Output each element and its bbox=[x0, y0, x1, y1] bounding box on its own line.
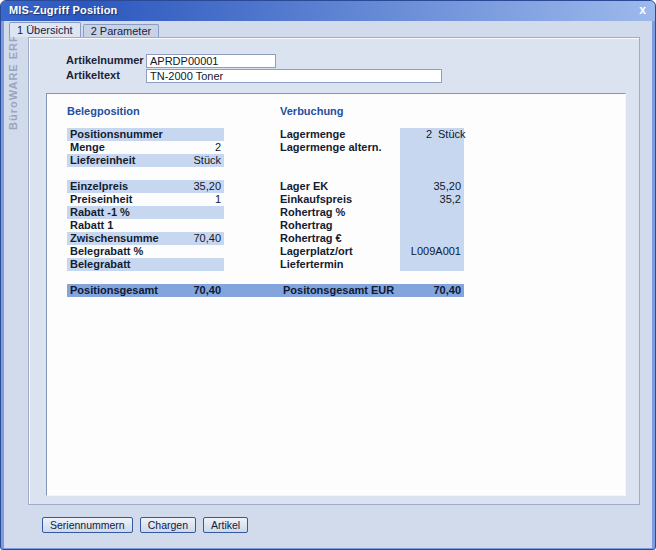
row-value: 35,20 bbox=[400, 180, 464, 193]
table-row: Preiseinheit1 bbox=[67, 193, 224, 206]
table-row: Einzelpreis35,20 bbox=[67, 180, 224, 193]
row-value: 2Stück bbox=[400, 128, 464, 141]
tab-parameter[interactable]: 2 Parameter bbox=[83, 24, 160, 37]
left-section-header: Belegposition bbox=[67, 105, 140, 117]
row-label: Lagermenge altern. bbox=[280, 141, 400, 154]
table-row: Belegrabatt % bbox=[67, 245, 224, 258]
seriennummern-button[interactable]: Seriennummern bbox=[42, 517, 133, 533]
artikeltext-input[interactable]: TN-2000 Toner bbox=[146, 69, 442, 83]
row-spacer bbox=[280, 167, 464, 180]
table-row: Rohertrag % bbox=[280, 206, 464, 219]
row-label: Einkaufspreis bbox=[280, 193, 400, 206]
row-value: Stück bbox=[180, 154, 224, 167]
row-label: Einzelpreis bbox=[67, 180, 180, 193]
chargen-button[interactable]: Chargen bbox=[140, 517, 196, 533]
row-label: Lagerplatz/ort bbox=[280, 245, 400, 258]
client-area: 1 Übersicht 2 Parameter BüroWARE ERP! Ar… bbox=[4, 21, 652, 548]
table-row: Menge2 bbox=[67, 141, 224, 154]
row-spacer bbox=[280, 154, 464, 167]
row-value bbox=[400, 141, 464, 154]
table-row: Liefertermin bbox=[280, 258, 464, 271]
row-label: Belegrabatt % bbox=[67, 245, 180, 258]
table-row: LiefereinheitStück bbox=[67, 154, 224, 167]
row-label: Preiseinheit bbox=[67, 193, 180, 206]
row-value: 35,2 bbox=[400, 193, 464, 206]
table-row: Rohertrag € bbox=[280, 232, 464, 245]
row-value: 2 bbox=[180, 141, 224, 154]
right-total-label: Positonsgesamt EUR bbox=[283, 284, 394, 297]
table-row: Lager EK35,20 bbox=[280, 180, 464, 193]
row-label: Rabatt 1 bbox=[67, 219, 180, 232]
table-row: Rohertrag bbox=[280, 219, 464, 232]
row-value: 1 bbox=[180, 193, 224, 206]
row-value: L009A001 bbox=[400, 245, 464, 258]
row-label: Positionsnummer bbox=[67, 128, 180, 141]
table-row: Positionsnummer bbox=[67, 128, 224, 141]
row-value bbox=[180, 128, 224, 141]
tab-uebersicht[interactable]: 1 Übersicht bbox=[9, 22, 81, 37]
row-label: Liefertermin bbox=[280, 258, 400, 271]
table-row: Lagerplatz/ortL009A001 bbox=[280, 245, 464, 258]
totals-row: Positionsgesamt70,40 Positonsgesamt EUR7… bbox=[67, 284, 464, 297]
row-value bbox=[400, 206, 464, 219]
row-value bbox=[180, 219, 224, 232]
row-label: Rohertrag % bbox=[280, 206, 400, 219]
row-label: Lager EK bbox=[280, 180, 400, 193]
table-row: Einkaufspreis35,2 bbox=[280, 193, 464, 206]
left-total: Positionsgesamt70,40 bbox=[67, 284, 224, 297]
artikel-button[interactable]: Artikel bbox=[203, 517, 248, 533]
row-value bbox=[180, 258, 224, 271]
window: MIS-Zugriff Position x 1 Übersicht 2 Par… bbox=[0, 0, 656, 550]
artikelnummer-label: Artikelnummer bbox=[66, 54, 146, 67]
row-value-unit: Stück bbox=[432, 128, 464, 141]
table-row: Rabatt -1 % bbox=[67, 206, 224, 219]
main-panel: ArtikelnummerAPRDP00001 ArtikeltextTN-20… bbox=[28, 37, 640, 505]
row-value: 35,20 bbox=[180, 180, 224, 193]
row-value bbox=[180, 206, 224, 219]
right-column: Lagermenge2Stück Lagermenge altern. Lage… bbox=[280, 128, 464, 271]
table-row: Lagermenge altern. bbox=[280, 141, 464, 154]
window-title: MIS-Zugriff Position bbox=[9, 4, 117, 16]
row-value bbox=[400, 232, 464, 245]
artikelnummer-field-row: ArtikelnummerAPRDP00001 bbox=[66, 54, 276, 68]
row-label: Zwischensumme bbox=[67, 232, 180, 245]
row-value bbox=[400, 219, 464, 232]
row-value: 70,40 bbox=[180, 232, 224, 245]
row-label: Belegrabatt bbox=[67, 258, 180, 271]
close-icon[interactable]: x bbox=[639, 3, 646, 17]
left-total-label: Positionsgesamt bbox=[70, 284, 158, 297]
row-label: Rohertrag € bbox=[280, 232, 400, 245]
totals-spacer bbox=[224, 284, 280, 297]
brand-vertical-text: BüroWARE ERP! bbox=[7, 29, 24, 229]
row-value bbox=[400, 258, 464, 271]
table-row: Lagermenge2Stück bbox=[280, 128, 464, 141]
right-total: Positonsgesamt EUR70,40 bbox=[280, 284, 464, 297]
table-row: Zwischensumme70,40 bbox=[67, 232, 224, 245]
left-column: Positionsnummer Menge2 LiefereinheitStüc… bbox=[67, 128, 224, 271]
button-bar: Seriennummern Chargen Artikel bbox=[42, 517, 248, 533]
row-value-number: 2 bbox=[400, 128, 432, 141]
right-total-value: 70,40 bbox=[433, 284, 461, 297]
row-label: Lagermenge bbox=[280, 128, 400, 141]
right-section-header: Verbuchung bbox=[280, 105, 344, 117]
detail-panel: Belegposition Verbuchung Positionsnummer… bbox=[46, 93, 626, 496]
artikeltext-label: Artikeltext bbox=[66, 69, 146, 82]
row-label: Rabatt -1 % bbox=[67, 206, 180, 219]
titlebar[interactable]: MIS-Zugriff Position x bbox=[1, 1, 655, 21]
tab-bar: 1 Übersicht 2 Parameter bbox=[9, 22, 159, 37]
row-label: Menge bbox=[67, 141, 180, 154]
artikelnummer-input[interactable]: APRDP00001 bbox=[146, 54, 276, 68]
left-total-value: 70,40 bbox=[193, 284, 221, 297]
row-spacer bbox=[67, 167, 224, 180]
table-row: Belegrabatt bbox=[67, 258, 224, 271]
row-label: Liefereinheit bbox=[67, 154, 180, 167]
row-value bbox=[180, 245, 224, 258]
artikeltext-field-row: ArtikeltextTN-2000 Toner bbox=[66, 69, 442, 83]
brand-label: BüroWARE ERP! bbox=[7, 29, 19, 130]
table-row: Rabatt 1 bbox=[67, 219, 224, 232]
row-label: Rohertrag bbox=[280, 219, 400, 232]
